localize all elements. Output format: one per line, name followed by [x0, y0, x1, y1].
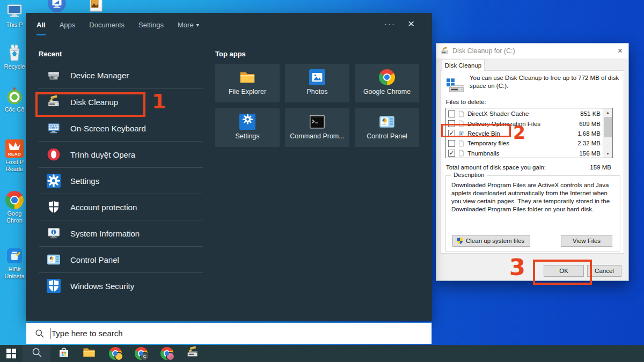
- recent-item-system-information[interactable]: System Information: [39, 220, 203, 246]
- opera-icon: [47, 147, 61, 161]
- file-size: 609 MB: [579, 121, 603, 127]
- text-cursor: [50, 328, 50, 339]
- dialog-title-bar[interactable]: Disk Cleanup for (C:) ×: [436, 43, 628, 58]
- taskbar-search-icon[interactable]: [31, 347, 42, 360]
- recent-item-account-protection[interactable]: Account protection: [39, 194, 203, 220]
- coccoc-icon: [5, 87, 24, 105]
- checkbox-unchecked[interactable]: [448, 120, 455, 127]
- tab-documents[interactable]: Documents: [89, 13, 125, 36]
- ok-button[interactable]: OK: [544, 265, 584, 277]
- recent-item-label: Device Manager: [70, 71, 129, 80]
- recent-item-disk-cleanup[interactable]: Disk Cleanup: [39, 88, 203, 115]
- description-label: Description: [451, 172, 487, 178]
- file-name: Recycle Bin: [467, 130, 500, 137]
- taskbar-disk-cleanup[interactable]: [186, 346, 199, 361]
- dialog-intro-text: You can use Disk Cleanup to free up to 7…: [470, 74, 625, 90]
- recent-item-settings[interactable]: Settings: [39, 167, 203, 194]
- taskbar-file-explorer[interactable]: [83, 346, 96, 361]
- search-icon: [34, 328, 45, 338]
- tile-command-prompt[interactable]: Command Prom...: [285, 108, 349, 147]
- tab-disk-cleanup[interactable]: Disk Cleanup: [442, 59, 485, 71]
- recent-item-label: Windows Security: [70, 282, 134, 291]
- tab-all[interactable]: All: [36, 13, 46, 36]
- see-more-icon[interactable]: ···: [384, 19, 396, 28]
- chrome-icon: [5, 191, 24, 209]
- cancel-button[interactable]: Cancel: [587, 265, 621, 277]
- recent-item-device-manager[interactable]: Device Manager: [39, 62, 203, 88]
- tab-apps[interactable]: Apps: [60, 13, 76, 36]
- taskbar-search-box[interactable]: Type here to search: [26, 322, 432, 344]
- tile-control-panel[interactable]: Control Panel: [355, 108, 419, 147]
- scrollbar[interactable]: ▲ ▼: [603, 108, 612, 158]
- tile-file-explorer[interactable]: File Explorer: [215, 64, 280, 102]
- tile-settings[interactable]: Settings: [215, 108, 280, 147]
- clean-up-system-files-button[interactable]: Clean up system files: [452, 235, 530, 247]
- hibit-uninstaller-icon: [5, 247, 24, 265]
- file-row-directx[interactable]: DirectX Shader Cache 851 KB: [446, 109, 603, 119]
- control-panel-icon: [47, 253, 61, 267]
- tab-more[interactable]: More▾: [178, 13, 199, 36]
- recent-item-opera[interactable]: Trình duyệt Opera: [39, 141, 203, 167]
- drive-icon: [446, 75, 465, 94]
- recent-header: Recent: [39, 50, 62, 58]
- taskbar: C: [0, 345, 644, 362]
- recent-item-label: System Information: [70, 229, 140, 238]
- tile-label: Photos: [285, 88, 349, 95]
- recent-item-label: Settings: [70, 176, 99, 186]
- tab-settings[interactable]: Settings: [138, 13, 164, 36]
- scroll-up-icon[interactable]: ▲: [603, 108, 612, 116]
- tile-label: File Explorer: [215, 88, 280, 95]
- clean-up-button-label: Clean up system files: [466, 238, 524, 244]
- view-files-button[interactable]: View Files: [561, 235, 612, 247]
- tile-photos[interactable]: Photos: [285, 64, 349, 102]
- foxit-reader-icon: READ: [5, 139, 24, 158]
- top-apps-header: Top apps: [215, 50, 246, 58]
- file-row-recycle-bin[interactable]: ✓ Recycle Bin 1.68 MB: [446, 129, 603, 138]
- this-pc-icon: [5, 2, 24, 20]
- close-icon[interactable]: ×: [618, 46, 623, 56]
- file-row-thumbnails[interactable]: ✓ Thumbnails 156 MB: [446, 149, 603, 158]
- scrollbar-thumb[interactable]: [604, 117, 612, 137]
- taskbar-chrome-profile-3[interactable]: [160, 347, 173, 360]
- device-manager-icon: [47, 69, 61, 83]
- chrome-icon: [379, 69, 395, 85]
- settings-gear-icon: [47, 174, 61, 188]
- file-explorer-icon: [239, 69, 255, 85]
- close-icon[interactable]: ×: [408, 17, 414, 30]
- recent-item-windows-security[interactable]: Windows Security: [39, 272, 203, 299]
- chrome-profile-badge-photo: [166, 352, 175, 361]
- start-button[interactable]: [6, 349, 16, 358]
- recent-item-label: Control Panel: [70, 255, 119, 264]
- checkbox-checked[interactable]: ✓: [448, 150, 455, 157]
- search-tabs: All Apps Documents Settings More▾: [36, 13, 199, 36]
- taskbar-chrome-profile-2[interactable]: C: [135, 347, 148, 360]
- recent-item-on-screen-keyboard[interactable]: On-Screen Keyboard: [39, 115, 203, 141]
- files-to-delete-label: Files to delete:: [446, 99, 486, 105]
- disk-cleanup-icon: [441, 47, 449, 55]
- file-name: Temporary files: [467, 140, 509, 146]
- control-panel-icon: [379, 114, 395, 130]
- file-name: DirectX Shader Cache: [467, 110, 529, 117]
- image-file-icon[interactable]: [89, 0, 103, 14]
- total-gain-label: Total amount of disk space you gain:: [446, 164, 546, 171]
- description-groupbox: Description Downloaded Program Files are…: [445, 175, 620, 252]
- uac-shield-icon: [456, 237, 464, 245]
- checkbox-unchecked[interactable]: [448, 110, 455, 117]
- checkbox-unchecked[interactable]: [448, 140, 455, 147]
- chrome-profile-badge-c: C: [140, 352, 149, 361]
- file-explorer-icon: [83, 346, 96, 359]
- taskbar-chrome-profile-1[interactable]: [109, 347, 122, 360]
- taskbar-microsoft-store[interactable]: [58, 346, 70, 360]
- photos-icon: [309, 69, 325, 85]
- file-name: Delivery Optimization Files: [467, 121, 540, 127]
- file-row-delivery-optimization[interactable]: Delivery Optimization Files 609 MB: [446, 119, 603, 128]
- file-icon: [458, 150, 465, 157]
- checkbox-checked[interactable]: ✓: [448, 130, 455, 137]
- tile-google-chrome[interactable]: Google Chrome: [355, 64, 419, 102]
- file-row-temporary-files[interactable]: Temporary files 2.32 MB: [446, 138, 603, 148]
- scroll-down-icon[interactable]: ▼: [603, 150, 612, 158]
- dialog-title: Disk Cleanup for (C:): [452, 47, 515, 55]
- windows-logo-icon: [6, 349, 16, 358]
- recent-item-control-panel[interactable]: Control Panel: [39, 246, 203, 272]
- recent-item-label: On-Screen Keyboard: [70, 124, 146, 133]
